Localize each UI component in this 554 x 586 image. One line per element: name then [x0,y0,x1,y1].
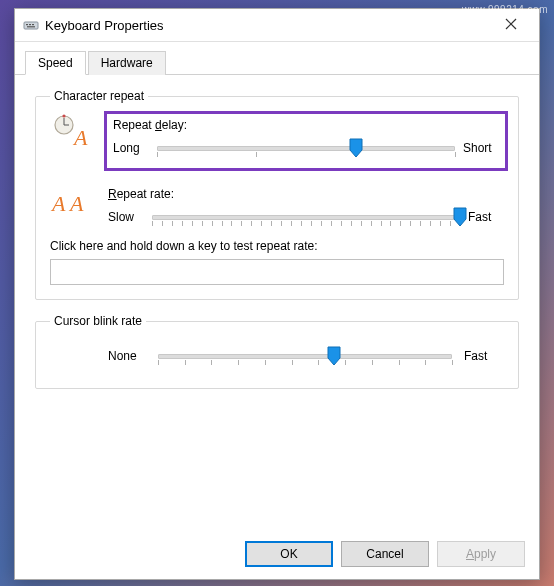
apply-button: Apply [437,541,525,567]
svg-text:A: A [68,191,84,216]
repeat-delay-thumb[interactable] [349,138,363,158]
svg-text:A: A [72,125,88,149]
cursor-blink-row: None Fast [50,338,504,374]
cancel-button[interactable]: Cancel [341,541,429,567]
character-repeat-legend: Character repeat [50,89,148,103]
svg-rect-0 [24,22,38,29]
apply-label: Apply [466,547,496,561]
window-title: Keyboard Properties [45,18,491,33]
window: Keyboard Properties Speed Hardware Chara… [14,8,540,580]
repeat-delay-slider[interactable] [157,136,455,160]
cursor-blink-right-label: Fast [464,349,502,363]
repeat-delay-highlight: Repeat delay: Long Short [104,111,508,171]
cursor-blink-left-label: None [108,349,146,363]
repeat-delay-slider-row: Long Short [113,136,499,160]
tab-hardware[interactable]: Hardware [88,51,166,75]
close-icon [505,17,517,33]
titlebar: Keyboard Properties [15,9,539,42]
svg-point-10 [62,114,65,117]
svg-rect-3 [32,24,34,25]
cursor-blink-thumb[interactable] [327,346,341,366]
character-repeat-group: Character repeat A Repeat delay: [35,89,519,300]
repeat-rate-row: A A Repeat rate: Slow [50,187,504,229]
tab-speed[interactable]: Speed [25,51,86,75]
test-repeat-input[interactable] [50,259,504,285]
clock-a-icon: A [50,113,94,149]
repeat-rate-right-label: Fast [468,210,504,224]
ok-button[interactable]: OK [245,541,333,567]
aa-icon: A A [50,187,94,217]
keyboard-icon [23,17,39,33]
repeat-delay-row: A Repeat delay: Long [50,113,504,177]
repeat-rate-thumb[interactable] [453,207,467,227]
test-repeat-label: Click here and hold down a key to test r… [50,239,504,253]
svg-text:A: A [50,191,66,216]
dialog-buttons: OK Cancel Apply [245,541,525,567]
repeat-rate-slider-row: Slow Fast [108,205,504,229]
svg-rect-1 [26,24,28,25]
repeat-rate-left-label: Slow [108,210,144,224]
svg-rect-2 [29,24,31,25]
cursor-blink-slider[interactable] [158,344,452,368]
repeat-rate-slider[interactable] [152,205,460,229]
repeat-delay-left-label: Long [113,141,149,155]
cursor-blink-legend: Cursor blink rate [50,314,146,328]
close-button[interactable] [491,11,531,39]
repeat-rate-label: Repeat rate: [108,187,504,201]
repeat-delay-label: Repeat delay: [113,118,499,132]
svg-rect-4 [27,26,35,27]
tab-strip: Speed Hardware [15,42,539,75]
cursor-blink-group: Cursor blink rate None Fast [35,314,519,389]
watermark: www.999214.com [462,4,548,15]
repeat-delay-right-label: Short [463,141,499,155]
tab-content: Character repeat A Repeat delay: [15,75,539,413]
